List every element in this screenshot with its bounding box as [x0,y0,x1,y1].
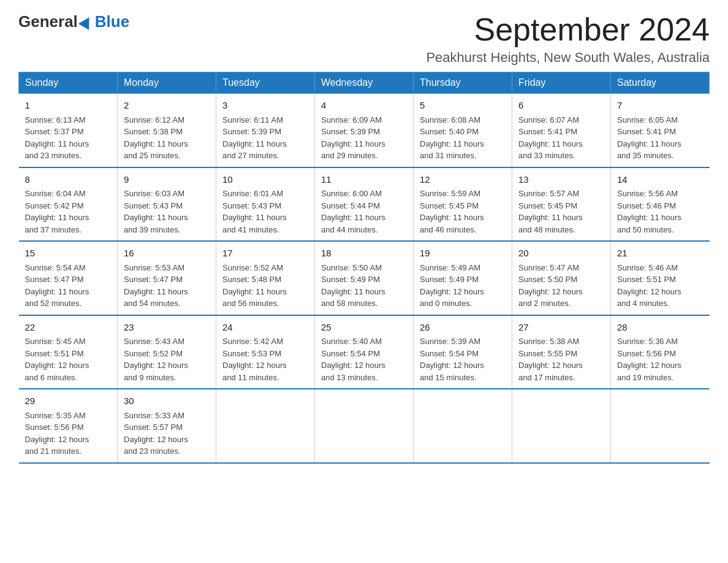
day-info: Sunrise: 5:43 AMSunset: 5:52 PMDaylight:… [124,337,188,382]
day-info: Sunrise: 6:07 AMSunset: 5:41 PMDaylight:… [518,115,583,161]
calendar-day-cell: 23Sunrise: 5:43 AMSunset: 5:52 PMDayligh… [118,315,216,389]
day-number: 7 [617,99,703,113]
calendar-day-cell: 9Sunrise: 6:03 AMSunset: 5:43 PMDaylight… [118,167,216,242]
day-number: 29 [25,394,112,408]
day-info: Sunrise: 5:52 AMSunset: 5:48 PMDaylight:… [222,263,287,308]
day-info: Sunrise: 6:01 AMSunset: 5:43 PMDaylight:… [222,189,287,234]
calendar-header: Sunday Monday Tuesday Wednesday Thursday… [19,72,710,94]
day-info: Sunrise: 5:36 AMSunset: 5:56 PMDaylight:… [617,337,681,382]
location-title: Peakhurst Heights, New South Wales, Aust… [426,50,710,66]
calendar-week-row: 8Sunrise: 6:04 AMSunset: 5:42 PMDaylight… [19,167,710,242]
day-info: Sunrise: 6:11 AMSunset: 5:39 PMDaylight:… [222,115,287,161]
col-wednesday: Wednesday [315,72,414,94]
calendar-day-cell: 27Sunrise: 5:38 AMSunset: 5:55 PMDayligh… [512,315,611,389]
day-number: 3 [222,99,308,113]
calendar-body: 1Sunrise: 6:13 AMSunset: 5:37 PMDaylight… [19,94,710,463]
day-number: 5 [420,99,506,113]
day-number: 21 [617,247,703,261]
calendar-day-cell: 25Sunrise: 5:40 AMSunset: 5:54 PMDayligh… [315,315,414,389]
calendar-day-cell: 11Sunrise: 6:00 AMSunset: 5:44 PMDayligh… [315,167,414,242]
day-info: Sunrise: 6:08 AMSunset: 5:40 PMDaylight:… [420,115,484,161]
day-info: Sunrise: 6:04 AMSunset: 5:42 PMDaylight:… [25,189,89,234]
calendar-day-cell: 30Sunrise: 5:33 AMSunset: 5:57 PMDayligh… [118,389,216,463]
calendar-week-row: 15Sunrise: 5:54 AMSunset: 5:47 PMDayligh… [19,241,710,315]
calendar-day-cell [315,389,414,463]
calendar-day-cell: 20Sunrise: 5:47 AMSunset: 5:50 PMDayligh… [512,241,611,315]
day-info: Sunrise: 5:46 AMSunset: 5:51 PMDaylight:… [617,263,681,308]
header-row: Sunday Monday Tuesday Wednesday Thursday… [19,72,710,94]
day-number: 14 [617,173,703,187]
calendar-day-cell: 26Sunrise: 5:39 AMSunset: 5:54 PMDayligh… [414,315,512,389]
calendar-day-cell: 24Sunrise: 5:42 AMSunset: 5:53 PMDayligh… [216,315,315,389]
calendar-day-cell [414,389,512,463]
col-sunday: Sunday [19,72,118,94]
col-monday: Monday [118,72,216,94]
day-info: Sunrise: 5:35 AMSunset: 5:56 PMDaylight:… [25,411,89,456]
day-info: Sunrise: 6:12 AMSunset: 5:38 PMDaylight:… [124,115,188,161]
day-info: Sunrise: 5:54 AMSunset: 5:47 PMDaylight:… [25,263,89,308]
day-number: 10 [222,173,308,187]
calendar-day-cell: 21Sunrise: 5:46 AMSunset: 5:51 PMDayligh… [611,241,710,315]
day-number: 9 [124,173,210,187]
col-thursday: Thursday [414,72,512,94]
col-saturday: Saturday [611,72,710,94]
day-number: 22 [25,321,112,335]
page-header: General Blue September 2024 Peakhurst He… [18,12,710,66]
day-info: Sunrise: 5:38 AMSunset: 5:55 PMDaylight:… [518,337,583,382]
logo-triangle-icon [78,14,94,30]
day-info: Sunrise: 5:53 AMSunset: 5:47 PMDaylight:… [124,263,188,308]
logo: General Blue [18,12,129,31]
day-number: 15 [25,247,112,261]
calendar-day-cell: 19Sunrise: 5:49 AMSunset: 5:49 PMDayligh… [414,241,512,315]
calendar-day-cell: 29Sunrise: 5:35 AMSunset: 5:56 PMDayligh… [19,389,118,463]
calendar-day-cell [512,389,611,463]
day-info: Sunrise: 5:56 AMSunset: 5:46 PMDaylight:… [617,189,681,234]
day-number: 4 [321,99,407,113]
day-info: Sunrise: 5:57 AMSunset: 5:45 PMDaylight:… [518,189,583,234]
day-info: Sunrise: 6:00 AMSunset: 5:44 PMDaylight:… [321,189,385,234]
calendar-day-cell: 3Sunrise: 6:11 AMSunset: 5:39 PMDaylight… [216,94,315,167]
col-friday: Friday [512,72,611,94]
logo-general-text: General [18,12,78,31]
day-number: 30 [124,394,210,408]
day-number: 16 [124,247,210,261]
calendar-week-row: 22Sunrise: 5:45 AMSunset: 5:51 PMDayligh… [19,315,710,389]
day-number: 12 [420,173,506,187]
calendar-day-cell: 7Sunrise: 6:05 AMSunset: 5:41 PMDaylight… [611,94,710,167]
day-number: 8 [25,173,112,187]
calendar-day-cell: 6Sunrise: 6:07 AMSunset: 5:41 PMDaylight… [512,94,611,167]
calendar-day-cell: 8Sunrise: 6:04 AMSunset: 5:42 PMDaylight… [19,167,118,242]
calendar-table: Sunday Monday Tuesday Wednesday Thursday… [18,72,710,464]
day-info: Sunrise: 6:13 AMSunset: 5:37 PMDaylight:… [25,115,89,161]
day-info: Sunrise: 5:49 AMSunset: 5:49 PMDaylight:… [420,263,484,308]
day-info: Sunrise: 5:50 AMSunset: 5:49 PMDaylight:… [321,263,385,308]
calendar-day-cell: 22Sunrise: 5:45 AMSunset: 5:51 PMDayligh… [19,315,118,389]
calendar-day-cell: 14Sunrise: 5:56 AMSunset: 5:46 PMDayligh… [611,167,710,242]
title-area: September 2024 Peakhurst Heights, New So… [426,12,710,66]
calendar-day-cell [216,389,315,463]
day-info: Sunrise: 6:09 AMSunset: 5:39 PMDaylight:… [321,115,385,161]
calendar-day-cell: 12Sunrise: 5:59 AMSunset: 5:45 PMDayligh… [414,167,512,242]
day-number: 17 [222,247,308,261]
day-number: 24 [222,321,308,335]
day-info: Sunrise: 5:59 AMSunset: 5:45 PMDaylight:… [420,189,484,234]
day-number: 28 [617,321,703,335]
day-number: 13 [518,173,604,187]
day-number: 26 [420,321,506,335]
col-tuesday: Tuesday [216,72,315,94]
calendar-week-row: 1Sunrise: 6:13 AMSunset: 5:37 PMDaylight… [19,94,710,167]
day-number: 2 [124,99,210,113]
day-number: 18 [321,247,407,261]
calendar-day-cell: 13Sunrise: 5:57 AMSunset: 5:45 PMDayligh… [512,167,611,242]
calendar-day-cell: 17Sunrise: 5:52 AMSunset: 5:48 PMDayligh… [216,241,315,315]
day-number: 11 [321,173,407,187]
day-info: Sunrise: 5:42 AMSunset: 5:53 PMDaylight:… [222,337,287,382]
day-info: Sunrise: 5:39 AMSunset: 5:54 PMDaylight:… [420,337,484,382]
logo-blue-text: Blue [95,12,129,31]
calendar-day-cell [611,389,710,463]
day-info: Sunrise: 5:47 AMSunset: 5:50 PMDaylight:… [518,263,583,308]
calendar-day-cell: 15Sunrise: 5:54 AMSunset: 5:47 PMDayligh… [19,241,118,315]
day-number: 19 [420,247,506,261]
day-number: 25 [321,321,407,335]
calendar-day-cell: 1Sunrise: 6:13 AMSunset: 5:37 PMDaylight… [19,94,118,167]
